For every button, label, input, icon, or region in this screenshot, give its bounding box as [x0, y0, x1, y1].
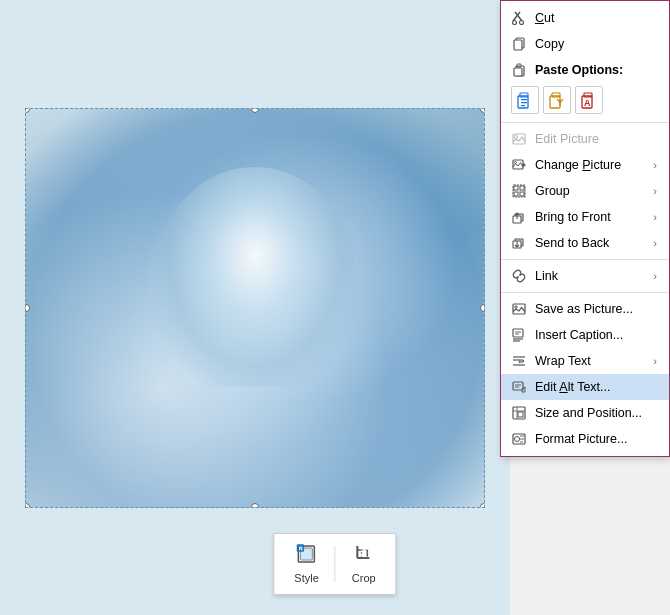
- svg-rect-21: [521, 102, 527, 103]
- send-to-back-icon: [511, 235, 527, 251]
- wrap-text-arrow: ›: [653, 355, 657, 367]
- svg-point-62: [515, 437, 520, 442]
- insert-caption-label: Insert Caption...: [535, 328, 657, 342]
- sep-1: [501, 122, 669, 123]
- format-picture-label: Format Picture...: [535, 432, 657, 446]
- edit-picture-icon: [511, 131, 527, 147]
- menu-item-insert-caption[interactable]: Insert Caption...: [501, 322, 669, 348]
- bring-to-front-label: Bring to Front: [535, 210, 645, 224]
- context-menu: Cut Copy Paste Options:: [500, 0, 670, 457]
- svg-rect-34: [514, 186, 518, 190]
- paste-options-buttons: A: [501, 83, 669, 119]
- change-picture-label: Change Picture: [535, 158, 645, 172]
- menu-item-send-to-back[interactable]: Send to Back ›: [501, 230, 669, 256]
- save-as-picture-label: Save as Picture...: [535, 302, 657, 316]
- svg-rect-8: [362, 550, 368, 558]
- bring-to-front-arrow: ›: [653, 211, 657, 223]
- ice-peak: [155, 167, 355, 387]
- svg-rect-23: [550, 96, 560, 108]
- change-picture-arrow: ›: [653, 159, 657, 171]
- menu-item-link[interactable]: Link ›: [501, 263, 669, 289]
- canvas-area: ↻: [0, 0, 510, 615]
- wrap-text-icon: [511, 353, 527, 369]
- send-to-back-label: Send to Back: [535, 236, 645, 250]
- size-position-icon: [511, 405, 527, 421]
- style-label: Style: [294, 572, 318, 584]
- menu-item-edit-alt-text[interactable]: Edit Alt Text...: [501, 374, 669, 400]
- size-position-label: Size and Position...: [535, 406, 657, 420]
- edit-picture-label: Edit Picture: [535, 132, 657, 146]
- menu-item-save-as-picture[interactable]: Save as Picture...: [501, 296, 669, 322]
- paste-icon: [511, 62, 527, 78]
- handle-bottom-middle[interactable]: [251, 503, 259, 508]
- paste-btn-2[interactable]: [543, 86, 571, 114]
- cut-label: Cut: [535, 11, 657, 25]
- group-label: Group: [535, 184, 645, 198]
- edit-alt-text-icon: [511, 379, 527, 395]
- cut-icon: [511, 10, 527, 26]
- change-picture-icon: [511, 157, 527, 173]
- svg-rect-33: [513, 185, 525, 197]
- svg-point-45: [515, 306, 517, 308]
- svg-rect-60: [518, 412, 523, 417]
- paste-btn-1[interactable]: [511, 86, 539, 114]
- menu-item-format-picture[interactable]: Format Picture...: [501, 426, 669, 452]
- bring-to-front-icon: [511, 209, 527, 225]
- toolbar-separator: [335, 546, 336, 582]
- send-to-back-arrow: ›: [653, 237, 657, 249]
- svg-rect-20: [521, 99, 527, 100]
- edit-alt-text-label: Edit Alt Text...: [535, 380, 657, 394]
- menu-item-change-picture[interactable]: Change Picture ›: [501, 152, 669, 178]
- save-as-picture-icon: [511, 301, 527, 317]
- wrap-text-label: Wrap Text: [535, 354, 645, 368]
- link-label: Link: [535, 269, 645, 283]
- insert-caption-icon: [511, 327, 527, 343]
- menu-item-wrap-text[interactable]: Wrap Text ›: [501, 348, 669, 374]
- svg-rect-46: [513, 329, 523, 337]
- svg-point-11: [513, 21, 517, 25]
- group-icon: [511, 183, 527, 199]
- svg-rect-14: [514, 40, 522, 50]
- svg-point-30: [515, 136, 518, 139]
- picture-toolbar: Style Crop: [273, 533, 396, 595]
- menu-item-edit-picture: Edit Picture: [501, 126, 669, 152]
- handle-middle-right[interactable]: [480, 304, 485, 312]
- menu-item-bring-to-front[interactable]: Bring to Front ›: [501, 204, 669, 230]
- handle-top-right[interactable]: [480, 108, 485, 113]
- svg-rect-22: [521, 105, 525, 106]
- copy-icon: [511, 36, 527, 52]
- copy-label: Copy: [535, 37, 657, 51]
- svg-rect-17: [514, 68, 522, 76]
- link-icon: [511, 268, 527, 284]
- menu-item-group[interactable]: Group ›: [501, 178, 669, 204]
- svg-point-32: [515, 162, 517, 164]
- menu-item-copy[interactable]: Copy: [501, 31, 669, 57]
- picture-frame[interactable]: ↻: [25, 108, 485, 508]
- group-arrow: ›: [653, 185, 657, 197]
- svg-rect-37: [520, 192, 524, 196]
- menu-item-size-position[interactable]: Size and Position...: [501, 400, 669, 426]
- crop-label: Crop: [352, 572, 376, 584]
- svg-rect-1: [301, 548, 313, 560]
- paste-options-text: Paste Options:: [535, 63, 657, 77]
- svg-text:A: A: [584, 98, 591, 108]
- handle-bottom-right[interactable]: [480, 503, 485, 508]
- style-icon: [297, 544, 317, 569]
- menu-item-cut[interactable]: Cut: [501, 5, 669, 31]
- crop-button[interactable]: Crop: [344, 540, 384, 588]
- link-arrow: ›: [653, 270, 657, 282]
- svg-rect-36: [514, 192, 518, 196]
- paste-options-label-row: Paste Options:: [501, 57, 669, 83]
- crop-icon: [354, 544, 374, 569]
- sep-2: [501, 259, 669, 260]
- paste-btn-3[interactable]: A: [575, 86, 603, 114]
- style-button[interactable]: Style: [286, 540, 326, 588]
- svg-rect-35: [520, 186, 524, 190]
- sep-3: [501, 292, 669, 293]
- format-picture-icon: [511, 431, 527, 447]
